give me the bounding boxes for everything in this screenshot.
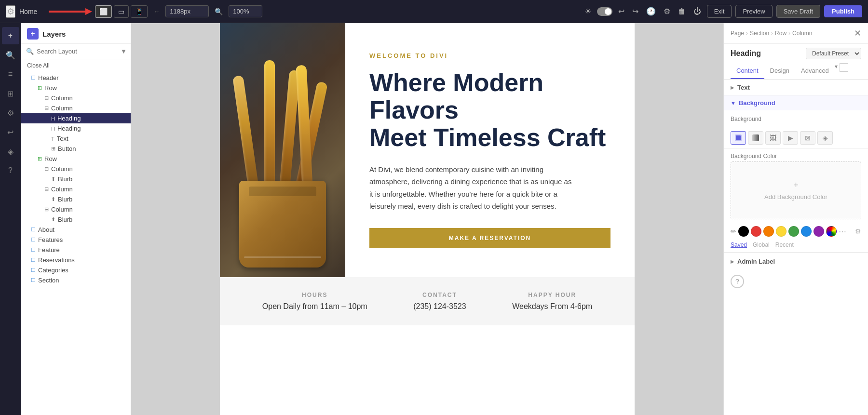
breadcrumb-column: Column [792, 30, 812, 37]
hero-content-side: WELCOME TO DIVI Where Modern Flavors Mee… [345, 23, 635, 277]
gear-icon[interactable]: ⚙ [6, 5, 15, 18]
swatch-tab-global[interactable]: Global [753, 241, 770, 248]
search-btn[interactable]: 🔍 [2, 46, 19, 64]
text-section-header[interactable]: ▶ Text [724, 80, 868, 95]
layer-reservations[interactable]: ☐ Reservations [21, 255, 131, 265]
layer-column-2[interactable]: ⊟ Column [21, 103, 131, 113]
bg-image-btn[interactable]: 🖼 [765, 131, 781, 145]
layer-section[interactable]: ☐ Section [21, 275, 131, 285]
exit-button[interactable]: Exit [707, 5, 732, 18]
theme-toggle[interactable] [597, 7, 612, 16]
width-input[interactable] [165, 5, 209, 17]
layer-heading-selected[interactable]: H Heading [21, 113, 131, 123]
gradient-icon [752, 134, 759, 141]
redo-icon[interactable]: ↪ [630, 5, 640, 18]
layer-text[interactable]: T Text [21, 134, 131, 144]
bg-gradient-btn[interactable] [748, 131, 763, 145]
bg-mask-btn[interactable]: ◈ [817, 131, 833, 145]
help-button[interactable]: ? [731, 275, 744, 288]
swatch-orange[interactable] [763, 226, 774, 237]
layer-row-2[interactable]: ⊞ Row [21, 154, 131, 164]
bg-color-label-row: Background [724, 110, 868, 127]
layer-column-5[interactable]: ⊟ Column [21, 204, 131, 214]
header-icon: ☐ [31, 75, 36, 81]
zoom-icon: 🔍 [213, 8, 225, 15]
layout-btn[interactable]: ⊞ [2, 85, 19, 102]
close-panel-btn[interactable]: ✕ [854, 28, 861, 39]
canvas-area[interactable]: WELCOME TO DIVI Where Modern Flavors Mee… [131, 23, 723, 415]
color-picker-icon[interactable]: ✏ [731, 228, 736, 235]
help-btn[interactable]: ? [2, 162, 19, 179]
mobile-device-btn[interactable]: 📱 [131, 5, 148, 18]
layer-row-1[interactable]: ⊞ Row [21, 83, 131, 93]
settings-btn[interactable]: ⚙ [2, 104, 19, 121]
layer-row-2-label: Row [44, 155, 57, 162]
layer-feature[interactable]: ☐ Feature [21, 245, 131, 255]
bg-section-header[interactable]: ▼ Background [724, 95, 868, 110]
tab-advanced[interactable]: Advanced [795, 63, 835, 79]
desktop-device-btn[interactable]: ⬜ [95, 5, 112, 18]
admin-label-header[interactable]: ▶ Admin Label [724, 253, 868, 270]
add-bg-color-area[interactable]: + Add Background Color [731, 161, 861, 219]
layer-features[interactable]: ☐ Features [21, 235, 131, 245]
bg-color-label: Background Color [724, 149, 868, 161]
swatch-green[interactable] [788, 226, 799, 237]
layer-header[interactable]: ☐ Header [21, 73, 131, 83]
bg-color-btn[interactable] [731, 131, 746, 145]
trash-icon[interactable]: 🗑 [676, 5, 688, 18]
sun-icon[interactable]: ☀ [583, 5, 593, 18]
save-draft-button[interactable]: Save Draft [776, 5, 820, 18]
layer-column-4[interactable]: ⊟ Column [21, 184, 131, 194]
swatch-purple[interactable] [814, 226, 824, 237]
layer-blurb-2[interactable]: ⬆ Blurb [21, 194, 131, 204]
swatch-settings-icon[interactable]: ⚙ [855, 228, 861, 235]
theme-builder-btn[interactable]: ◈ [2, 143, 19, 160]
search-layout-input[interactable] [37, 48, 118, 55]
layer-column-1[interactable]: ⊟ Column [21, 93, 131, 103]
layer-blurb-3[interactable]: ⬆ Blurb [21, 214, 131, 225]
swatch-more-dots[interactable]: ⋯ [839, 227, 846, 236]
history-icon[interactable]: 🕐 [644, 5, 658, 18]
add-layer-btn[interactable]: + [27, 28, 39, 40]
layer-heading-2[interactable]: H Heading [21, 123, 131, 134]
layer-column-3[interactable]: ⊟ Column [21, 164, 131, 174]
settings-icon[interactable]: ⚙ [662, 5, 672, 18]
layer-column-5-label: Column [51, 206, 73, 213]
swatch-tab-recent[interactable]: Recent [775, 241, 794, 248]
filter-icon[interactable]: ▼ [121, 48, 127, 55]
tab-content[interactable]: Content [731, 63, 764, 79]
close-all-btn[interactable]: Close All [21, 59, 131, 72]
swatch-black[interactable] [738, 226, 749, 237]
add-module-btn[interactable]: + [2, 27, 19, 44]
layer-heading-label: Heading [57, 115, 81, 122]
zoom-input[interactable] [229, 5, 262, 17]
page-label: Home [19, 8, 37, 15]
tab-design[interactable]: Design [764, 63, 795, 79]
undo-icon[interactable]: ↩ [616, 5, 626, 18]
swatch-yellow[interactable] [776, 226, 787, 237]
publish-button[interactable]: Publish [824, 5, 862, 17]
power-icon[interactable]: ⏻ [692, 5, 703, 18]
layer-feature-label: Feature [38, 246, 60, 254]
color-swatches: ✏ ⋯ ⚙ [724, 223, 868, 240]
search-layout-bar: 🔍 ▼ [21, 44, 131, 59]
swatch-red[interactable] [751, 226, 761, 237]
hero-cta-button[interactable]: MAKE A RESERVATION [369, 228, 610, 248]
layers-btn[interactable]: ≡ [2, 66, 19, 83]
layer-categories[interactable]: ☐ Categories [21, 265, 131, 275]
tab-square[interactable] [840, 63, 848, 72]
history-btn[interactable]: ↩ [2, 123, 19, 141]
tab-arrow[interactable]: ▾ [835, 63, 838, 79]
swatch-tab-saved[interactable]: Saved [731, 241, 747, 248]
layer-about[interactable]: ☐ About [21, 225, 131, 235]
preview-button[interactable]: Preview [735, 5, 772, 18]
hours-value: Open Daily from 11am – 10pm [262, 302, 367, 311]
bg-video-btn[interactable]: ▶ [783, 131, 798, 145]
bg-pattern-btn[interactable]: ⊠ [800, 131, 815, 145]
preset-select[interactable]: Default Preset [806, 48, 861, 59]
swatch-blue[interactable] [801, 226, 812, 237]
swatch-multicolor[interactable] [826, 226, 837, 237]
layer-blurb-1[interactable]: ⬆ Blurb [21, 174, 131, 184]
tablet-device-btn[interactable]: ▭ [114, 5, 129, 18]
layer-button[interactable]: ⊞ Button [21, 144, 131, 154]
